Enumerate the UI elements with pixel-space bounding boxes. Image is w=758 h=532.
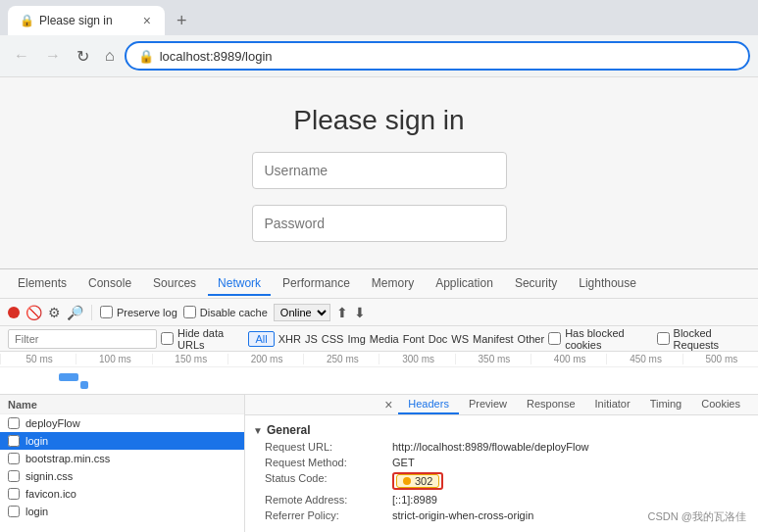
has-blocked-cookies-label[interactable]: Has blocked cookies <box>548 327 652 351</box>
remote-address-row: Remote Address: [::1]:8989 <box>253 492 750 508</box>
tab-console[interactable]: Console <box>78 272 141 296</box>
item-checkbox[interactable] <box>8 470 20 482</box>
request-method-row: Request Method: GET <box>253 455 750 470</box>
export-icon[interactable]: ⬇ <box>354 305 366 320</box>
item-name: login <box>25 435 236 447</box>
filter-media[interactable]: Media <box>370 333 399 345</box>
blocked-requests-checkbox[interactable] <box>657 332 670 345</box>
status-dot-icon <box>403 477 411 485</box>
tab-favicon-icon: 🔒 <box>20 14 33 27</box>
tab-elements[interactable]: Elements <box>8 272 76 296</box>
tick-300ms: 300 ms <box>379 354 454 364</box>
tab-memory[interactable]: Memory <box>362 272 424 296</box>
item-checkbox[interactable] <box>8 506 20 517</box>
filter-button[interactable]: ⚙ <box>48 305 61 320</box>
hide-data-urls-checkbox[interactable] <box>161 332 174 345</box>
preserve-log-label[interactable]: Preserve log <box>100 306 177 318</box>
network-list-header: Name <box>0 395 244 414</box>
clear-button[interactable]: 🚫 <box>25 305 42 320</box>
disable-cache-checkbox[interactable] <box>183 306 196 318</box>
hide-data-urls-text: Hide data URLs <box>177 327 244 351</box>
tab-application[interactable]: Application <box>426 272 503 296</box>
general-section-title[interactable]: General <box>253 419 750 439</box>
record-button[interactable] <box>8 307 20 318</box>
request-method-value: GET <box>392 457 750 468</box>
blocked-requests-label[interactable]: Blocked Requests <box>657 327 750 351</box>
item-checkbox[interactable] <box>8 453 20 464</box>
home-button[interactable]: ⌂ <box>99 43 121 69</box>
tick-500ms: 500 ms <box>682 354 758 364</box>
request-url-value: http://localhost:8989/flowable/deployFlo… <box>392 441 750 453</box>
address-bar[interactable]: 🔒 localhost:8989/login <box>125 41 750 71</box>
has-blocked-cookies-checkbox[interactable] <box>548 332 561 345</box>
detail-close-button[interactable]: × <box>379 395 398 414</box>
nav-bar: ← → ↻ ⌂ 🔒 localhost:8989/login <box>0 35 758 76</box>
filter-css[interactable]: CSS <box>322 333 344 345</box>
tab-performance[interactable]: Performance <box>273 272 360 296</box>
request-method-key: Request Method: <box>265 457 392 468</box>
tab-title: Please sign in <box>39 14 135 27</box>
tick-400ms: 400 ms <box>531 354 606 364</box>
devtools-panel: Elements Console Sources Network Perform… <box>0 268 758 532</box>
detail-tab-initiator[interactable]: Initiator <box>585 395 640 414</box>
tab-lighthouse[interactable]: Lighthouse <box>569 272 646 296</box>
lock-icon: 🔒 <box>138 49 154 64</box>
username-input[interactable] <box>252 152 507 189</box>
active-tab[interactable]: 🔒 Please sign in × <box>8 6 165 35</box>
devtools-tab-bar: Elements Console Sources Network Perform… <box>0 269 758 299</box>
filter-img[interactable]: Img <box>347 333 365 345</box>
tick-450ms: 450 ms <box>606 354 682 364</box>
import-icon[interactable]: ⬆ <box>336 305 348 320</box>
password-input[interactable] <box>252 205 507 242</box>
filter-all[interactable]: All <box>248 331 274 347</box>
tick-150ms: 150 ms <box>152 354 227 364</box>
item-name: bootstrap.min.css <box>25 453 236 464</box>
network-toolbar: 🚫 ⚙ 🔎 Preserve log Disable cache Online … <box>0 299 758 326</box>
detail-tab-timing[interactable]: Timing <box>640 395 692 414</box>
filter-js[interactable]: JS <box>305 333 318 345</box>
item-name: deployFlow <box>25 417 236 429</box>
tab-network[interactable]: Network <box>208 272 271 296</box>
response-headers-section: Response Headers view source Cache-Contr… <box>245 527 758 532</box>
disable-cache-label[interactable]: Disable cache <box>183 306 268 318</box>
detail-tab-preview[interactable]: Preview <box>459 395 517 414</box>
tab-sources[interactable]: Sources <box>143 272 206 296</box>
tab-bar: 🔒 Please sign in × + <box>0 0 758 35</box>
status-code-row: Status Code: 302 <box>253 470 750 492</box>
network-item-login[interactable]: login <box>0 432 244 450</box>
filter-ws[interactable]: WS <box>451 333 469 345</box>
item-checkbox[interactable] <box>8 417 20 429</box>
filter-other[interactable]: Other <box>518 333 545 345</box>
page-title: Please sign in <box>293 105 464 136</box>
referrer-policy-key: Referrer Policy: <box>265 509 392 521</box>
network-item-bootstrap[interactable]: bootstrap.min.css <box>0 450 244 467</box>
filter-manifest[interactable]: Manifest <box>473 333 514 345</box>
network-item-login2[interactable]: login <box>0 503 244 520</box>
forward-button[interactable]: → <box>39 43 67 69</box>
back-button[interactable]: ← <box>8 43 35 69</box>
filter-xhr[interactable]: XHR <box>278 333 301 345</box>
timeline-bars <box>0 367 758 387</box>
item-checkbox[interactable] <box>8 488 20 500</box>
detail-tab-headers[interactable]: Headers <box>398 395 459 414</box>
filter-doc[interactable]: Doc <box>429 333 448 345</box>
detail-tab-response[interactable]: Response <box>517 395 585 414</box>
tab-close-button[interactable]: × <box>141 11 153 30</box>
hide-data-urls-label[interactable]: Hide data URLs <box>161 327 244 351</box>
item-checkbox[interactable] <box>8 435 20 447</box>
network-item-favicon[interactable]: favicon.ico <box>0 485 244 503</box>
new-tab-button[interactable]: + <box>169 7 195 35</box>
tab-security[interactable]: Security <box>505 272 567 296</box>
network-item-deployflow[interactable]: deployFlow <box>0 414 244 432</box>
timeline: 50 ms 100 ms 150 ms 200 ms 250 ms 300 ms… <box>0 352 758 395</box>
filter-input[interactable] <box>8 329 157 349</box>
preserve-log-checkbox[interactable] <box>100 306 113 318</box>
reload-button[interactable]: ↻ <box>71 43 95 70</box>
throttle-select[interactable]: Online <box>274 304 330 321</box>
search-button[interactable]: 🔎 <box>67 305 83 320</box>
network-item-signin[interactable]: signin.css <box>0 467 244 485</box>
filter-font[interactable]: Font <box>403 333 425 345</box>
detail-tab-cookies[interactable]: Cookies <box>691 395 750 414</box>
status-code-number: 302 <box>415 475 432 487</box>
address-text: localhost:8989/login <box>160 49 736 64</box>
